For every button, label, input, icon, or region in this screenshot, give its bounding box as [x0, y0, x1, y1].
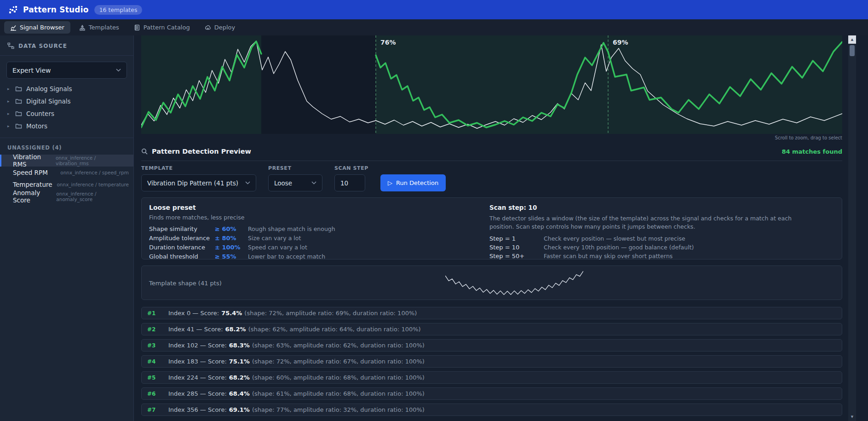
- tree-folder-label: Counters: [26, 110, 54, 117]
- scan-step-input[interactable]: [340, 179, 359, 187]
- signal-chart[interactable]: 76% 69%: [141, 35, 842, 134]
- signal-source: onnx_inference / temperature: [57, 182, 129, 187]
- scan-step-control: SCAN STEP: [334, 165, 368, 191]
- match-index-text: Index 356 — Score:: [168, 406, 227, 413]
- template-label: TEMPLATE: [141, 165, 256, 171]
- match-rank: #4: [147, 358, 163, 365]
- match-detail: (shape: 72%, amplitude ratio: 67%, durat…: [252, 358, 425, 365]
- scan-info-column: Scan step: 10 The detector slides a wind…: [489, 204, 834, 253]
- match-score-label: 69%: [613, 39, 628, 46]
- scan-step-label: SCAN STEP: [334, 165, 368, 171]
- scrollbar-down-arrow[interactable]: ▼: [848, 413, 856, 421]
- signal-source: onnx_inference / anomaly_score: [56, 191, 129, 202]
- signal-source: onnx_inference / vibration_rms: [56, 155, 129, 166]
- scan-info-title: Scan step: 10: [489, 204, 834, 211]
- signal-list-item[interactable]: Speed RPM onnx_inference / speed_rpm: [0, 167, 133, 179]
- caret-right-icon[interactable]: ▸: [7, 111, 11, 116]
- template-shape-label: Template shape (41 pts): [149, 279, 222, 286]
- match-score: 68.2%: [229, 374, 250, 381]
- app-title: Pattern Studio: [23, 5, 89, 14]
- match-result-row[interactable]: #1 Index 0 — Score: 75.4% (shape: 72%, a…: [141, 307, 842, 319]
- preset-param-desc: Size can vary a lot: [248, 235, 471, 242]
- match-result-row[interactable]: #7 Index 356 — Score: 69.1% (shape: 77%,…: [141, 404, 842, 416]
- tree-folder-item[interactable]: ▸ Motors: [0, 120, 133, 132]
- tab-signal-browser[interactable]: Signal Browser: [4, 21, 70, 34]
- match-detail: (shape: 72%, amplitude ratio: 69%, durat…: [244, 310, 417, 317]
- signal-tree: ▸ Analog Signals ▸ Digital Signals ▸: [0, 82, 133, 132]
- tab-pattern-catalog[interactable]: Pattern Catalog: [128, 21, 196, 34]
- caret-right-icon[interactable]: ▸: [7, 124, 11, 128]
- match-result-row[interactable]: #2 Index 41 — Score: 68.2% (shape: 62%, …: [141, 323, 842, 335]
- preset-param-name: Shape similarity: [149, 225, 215, 232]
- tree-folder-item[interactable]: ▸ Digital Signals: [0, 95, 133, 107]
- preset-param-name: Amplitude tolerance: [149, 235, 215, 242]
- tree-folder-item[interactable]: ▸ Counters: [0, 107, 133, 120]
- run-detection-button[interactable]: ▷ Run Detection: [380, 174, 446, 191]
- signal-list-item[interactable]: Anomaly Score onnx_inference / anomaly_s…: [0, 190, 133, 202]
- match-region: [608, 35, 842, 134]
- data-source-icon: [7, 42, 14, 49]
- template-shape-sparkline: [445, 269, 583, 298]
- main-nav: Signal Browser Templates Pattern Catalog…: [0, 19, 868, 35]
- tab-templates[interactable]: Templates: [73, 21, 125, 34]
- scan-info-description: The detector slides a window (the size o…: [489, 214, 807, 231]
- caret-right-icon[interactable]: ▸: [7, 87, 11, 91]
- match-rank: #7: [147, 407, 163, 413]
- tab-deploy[interactable]: Deploy: [199, 21, 241, 34]
- vertical-scrollbar[interactable]: ▲ ▼: [848, 35, 856, 421]
- match-detail: (shape: 60%, amplitude ratio: 68%, durat…: [252, 374, 425, 381]
- tab-label: Templates: [89, 24, 119, 31]
- scan-step-desc: Check every position — slowest but most …: [544, 235, 834, 242]
- preset-param-value: ± 80%: [215, 235, 248, 242]
- match-score: 75.4%: [221, 310, 242, 317]
- preset-parameter-rows: Shape similarity ≥ 60% Rough shape match…: [149, 225, 471, 260]
- preset-param-name: Duration tolerance: [149, 244, 215, 251]
- match-index-text: Index 285 — Score:: [168, 390, 227, 397]
- caret-right-icon[interactable]: ▸: [7, 99, 11, 104]
- chevron-down-icon: [116, 69, 121, 72]
- match-detail: (shape: 63%, amplitude ratio: 62%, durat…: [252, 342, 425, 349]
- tree-folder-label: Motors: [26, 122, 47, 130]
- preset-info-title: Loose preset: [149, 204, 471, 211]
- match-score: 69.1%: [229, 406, 250, 413]
- signal-chart-svg: 76% 69%: [141, 35, 842, 134]
- scan-step-desc: Faster scan but may skip over short patt…: [544, 253, 834, 260]
- signal-name: Anomaly Score: [13, 189, 56, 204]
- match-index-text: Index 183 — Score:: [168, 358, 227, 365]
- tab-label: Deploy: [214, 24, 236, 31]
- match-result-row[interactable]: #6 Index 285 — Score: 68.4% (shape: 61%,…: [141, 387, 842, 400]
- signal-name: Speed RPM: [13, 169, 48, 176]
- detection-title: Pattern Detection Preview: [141, 148, 251, 155]
- preset-param-desc: Lower bar to accept match: [248, 253, 471, 260]
- match-result-row[interactable]: #4 Index 183 — Score: 75.1% (shape: 72%,…: [141, 355, 842, 368]
- cloud-icon: [205, 24, 211, 31]
- scan-step-name: Step = 1: [489, 235, 544, 242]
- match-score: 68.2%: [225, 326, 246, 333]
- match-result-row[interactable]: #3 Index 102 — Score: 68.3% (shape: 63%,…: [141, 339, 842, 352]
- preset-select[interactable]: Loose: [268, 174, 322, 191]
- match-detail: (shape: 77%, amplitude ratio: 32%, durat…: [252, 406, 425, 413]
- tree-folder-item[interactable]: ▸ Analog Signals: [0, 82, 133, 95]
- preset-param-value: ≥ 55%: [215, 253, 248, 260]
- template-control: TEMPLATE Vibration Dip Pattern (41 pts): [141, 165, 256, 191]
- preset-select-value: Loose: [274, 179, 292, 187]
- tab-label: Pattern Catalog: [144, 24, 190, 31]
- scrollbar-up-arrow[interactable]: ▲: [848, 35, 856, 44]
- template-select[interactable]: Vibration Dip Pattern (41 pts): [141, 174, 256, 191]
- folder-icon: [15, 110, 22, 116]
- match-detail: (shape: 61%, amplitude ratio: 68%, durat…: [252, 390, 425, 397]
- scan-step-desc: Check every 10th position — good balance…: [544, 244, 834, 251]
- scan-step-rows: Step = 1 Check every position — slowest …: [489, 235, 834, 260]
- detection-header: Pattern Detection Preview 84 matches fou…: [141, 148, 842, 161]
- scrollbar-thumb[interactable]: [850, 45, 855, 56]
- sidebar-divider: [0, 138, 133, 138]
- match-result-row[interactable]: #5 Index 224 — Score: 68.2% (shape: 60%,…: [141, 371, 842, 384]
- chevron-down-icon: [311, 181, 316, 185]
- chart-hint: Scroll to zoom, drag to select: [141, 134, 842, 141]
- view-selector[interactable]: Expert View: [6, 62, 127, 79]
- match-score: 68.3%: [229, 342, 250, 349]
- scan-step-input-wrap: [334, 174, 365, 191]
- signal-name: Temperature: [13, 181, 52, 188]
- signal-list-item[interactable]: Vibration RMS onnx_inference / vibration…: [0, 155, 133, 167]
- preset-info-column: Loose preset Finds more matches, less pr…: [149, 204, 489, 253]
